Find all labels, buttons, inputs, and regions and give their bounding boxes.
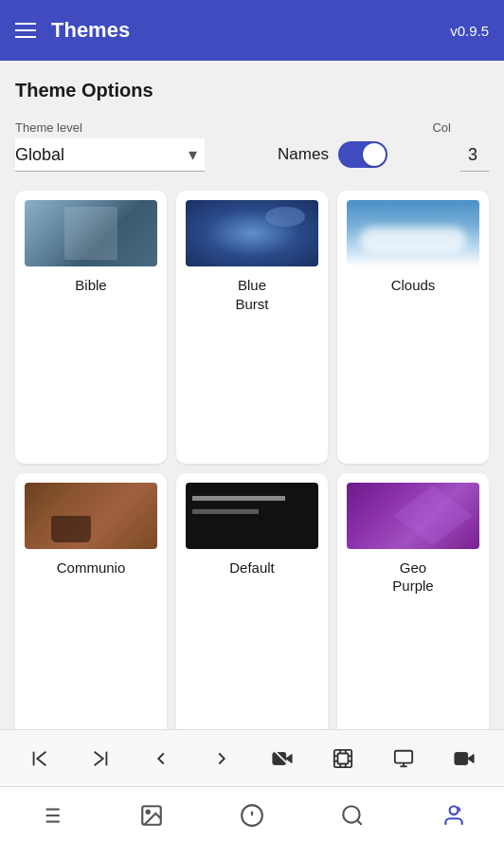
svg-point-31 [344,806,360,822]
nav-media[interactable] [132,796,171,835]
bottom-nav [0,786,504,843]
theme-card-communion[interactable]: Communio [15,473,167,730]
col-label: Col [432,120,451,135]
app-header: Themes v0.9.5 [0,0,504,61]
last-page-button[interactable] [83,742,117,776]
forward-button[interactable] [205,742,239,776]
theme-thumbnail-clouds [347,200,479,266]
names-toggle[interactable] [338,141,387,168]
theme-card-default[interactable]: Default [176,473,328,730]
image-select-button[interactable] [326,742,360,776]
present-off-button[interactable] [265,742,299,776]
header-title: Themes [51,18,130,43]
theme-thumbnail-communion [25,483,157,549]
theme-level-value: Global [15,145,185,165]
theme-card-bible[interactable]: Bible [15,191,167,464]
nav-alert[interactable] [232,796,272,835]
theme-level-label: Theme level [15,120,205,135]
toggle-knob [363,143,386,166]
svg-marker-18 [468,754,474,762]
svg-rect-19 [455,752,468,764]
names-toggle-group: Names [278,141,387,172]
theme-name-blue-burst: BlueBurst [235,276,268,313]
theme-level-select[interactable]: Global ▾ [15,138,205,172]
nav-user[interactable] [434,796,474,835]
theme-name-default: Default [229,559,275,577]
theme-name-bible: Bible [75,276,106,295]
record-button[interactable] [447,742,481,776]
options-row: Theme level Global ▾ Names Col 3 [15,120,489,172]
theme-thumbnail-geo-purple [347,483,479,549]
theme-level-group: Theme level Global ▾ [15,120,205,172]
theme-name-clouds: Clouds [391,276,436,295]
col-number[interactable]: 3 [460,139,489,172]
theme-grid: Bible BlueBurst Clouds Communio Default … [15,191,489,729]
svg-line-32 [357,820,362,825]
theme-card-blue-burst[interactable]: BlueBurst [176,191,328,464]
chevron-down-icon: ▾ [189,144,197,165]
svg-marker-2 [286,754,292,762]
section-title: Theme Options [15,80,489,101]
theme-card-geo-purple[interactable]: GeoPurple [337,473,489,730]
theme-name-geo-purple: GeoPurple [392,559,433,596]
theme-card-clouds[interactable]: Clouds [337,191,489,464]
bottom-toolbar [0,729,504,786]
main-content: Theme Options Theme level Global ▾ Names… [0,61,504,729]
nav-list[interactable] [30,796,70,835]
back-button[interactable] [144,742,178,776]
monitor-button[interactable] [387,742,421,776]
svg-point-27 [146,810,149,813]
svg-rect-6 [338,753,349,763]
names-label: Names [278,145,329,164]
theme-thumbnail-bible [25,200,157,266]
theme-thumbnail-blue-burst [186,200,318,266]
theme-name-communion: Communio [57,559,126,577]
col-value-group: Col 3 [460,139,489,172]
menu-icon[interactable] [15,23,36,38]
svg-point-33 [449,806,458,815]
nav-search[interactable] [333,796,372,835]
theme-thumbnail-default [186,483,318,549]
first-page-button[interactable] [23,742,57,776]
header-version: v0.9.5 [450,23,489,39]
svg-rect-15 [395,750,412,762]
